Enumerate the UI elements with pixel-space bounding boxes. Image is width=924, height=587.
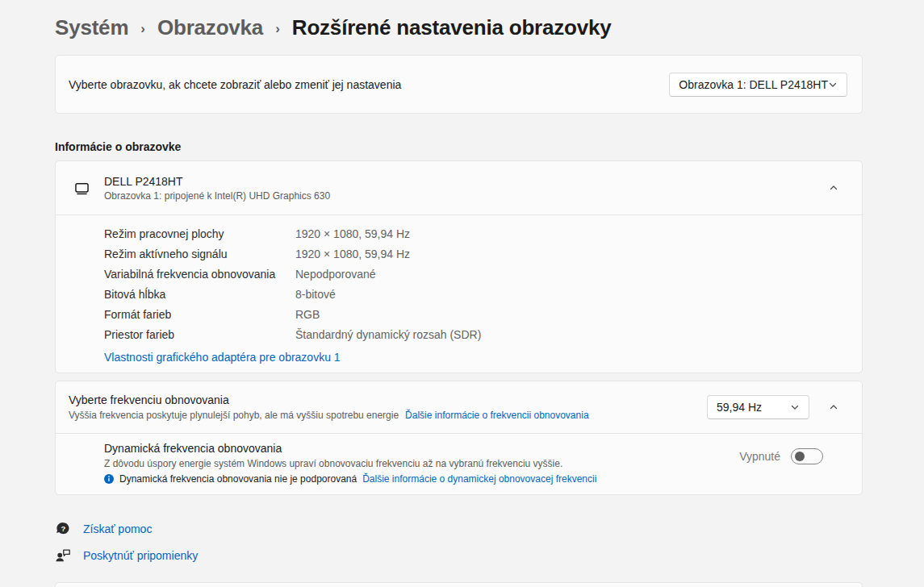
- page-title: Rozšírené nastavenia obrazovky: [292, 15, 612, 40]
- select-display-label: Vyberte obrazovku, ak chcete zobraziť al…: [69, 78, 401, 91]
- info-label: Bitová hĺbka: [104, 288, 295, 301]
- display-name: DELL P2418HT: [104, 175, 821, 188]
- display-adapter-properties-link[interactable]: Vlastnosti grafického adaptéra pre obraz…: [104, 351, 341, 364]
- get-help-row: ? Získať pomoc: [55, 519, 863, 539]
- dynamic-refresh-rate-toggle[interactable]: [791, 448, 823, 464]
- info-row-bit-depth: Bitová hĺbka 8-bitové: [104, 284, 849, 304]
- partial-next-card: [55, 582, 863, 587]
- footer-links: ? Získať pomoc Poskytnúť pripomienky: [55, 519, 863, 565]
- collapse-refresh-rate-button[interactable]: [821, 395, 847, 419]
- info-label: Formát farieb: [104, 308, 295, 321]
- breadcrumb-separator-icon: ›: [140, 19, 145, 37]
- refresh-rate-titles: Vyberte frekvenciu obnovovania Vyššia fr…: [69, 393, 707, 421]
- feedback-icon: [55, 547, 72, 564]
- refresh-rate-select-value: 59,94 Hz: [717, 401, 762, 414]
- refresh-rate-card: Vyberte frekvenciu obnovovania Vyššia fr…: [55, 381, 863, 495]
- info-row-desktop-mode: Režim pracovnej plochy 1920 × 1080, 59,9…: [104, 223, 849, 244]
- info-label: Režim aktívneho signálu: [104, 248, 295, 260]
- info-row-color-space: Priestor farieb Štandardný dynamický roz…: [104, 324, 849, 344]
- select-display-card: Vyberte obrazovku, ak chcete zobraziť al…: [55, 55, 863, 114]
- dynamic-refresh-rate-row: Dynamická frekvencia obnovovania Z dôvod…: [56, 433, 862, 494]
- breadcrumb: Systém › Obrazovka › Rozšírené nastaveni…: [55, 0, 863, 44]
- give-feedback-row: Poskytnúť pripomienky: [55, 546, 863, 565]
- display-info-details: Režim pracovnej plochy 1920 × 1080, 59,9…: [56, 214, 862, 373]
- dynamic-refresh-rate-text: Dynamická frekvencia obnovovania Z dôvod…: [104, 442, 739, 485]
- info-value: 1920 × 1080, 59,94 Hz: [295, 227, 410, 240]
- dynamic-refresh-rate-notice: Dynamická frekvencia obnovovania nie je …: [119, 473, 357, 485]
- advanced-display-settings-page: Systém › Obrazovka › Rozšírené nastaveni…: [55, 0, 863, 565]
- refresh-rate-learn-more-link[interactable]: Ďalšie informácie o frekvencii obnovovan…: [405, 410, 588, 421]
- info-label: Režim pracovnej plochy: [104, 227, 295, 240]
- give-feedback-link[interactable]: Poskytnúť pripomienky: [83, 549, 198, 562]
- get-help-link[interactable]: Získať pomoc: [83, 522, 152, 535]
- info-icon: [104, 474, 114, 484]
- breadcrumb-item-system[interactable]: Systém: [55, 15, 128, 40]
- dynamic-refresh-rate-description: Z dôvodu úspory energie systém Windows u…: [104, 458, 739, 469]
- get-help-icon: ?: [55, 521, 72, 537]
- info-label: Priestor farieb: [104, 328, 295, 341]
- refresh-rate-description: Vyššia frekvencia poskytuje plynulejší p…: [69, 410, 399, 421]
- display-connection-info: Obrazovka 1: pripojené k Intel(R) UHD Gr…: [104, 190, 821, 202]
- display-info-titles: DELL P2418HT Obrazovka 1: pripojené k In…: [104, 175, 821, 202]
- collapse-display-info-button[interactable]: [821, 176, 847, 200]
- info-row-variable-refresh-rate: Variabilná frekvencia obnovovania Nepodp…: [104, 264, 849, 284]
- toggle-state-label: Vypnuté: [739, 450, 780, 463]
- refresh-rate-header: Vyberte frekvenciu obnovovania Vyššia fr…: [56, 381, 862, 433]
- info-row-color-format: Formát farieb RGB: [104, 304, 849, 324]
- display-info-card: DELL P2418HT Obrazovka 1: pripojené k In…: [55, 160, 863, 373]
- monitor-icon: [73, 180, 91, 197]
- dynamic-refresh-rate-title: Dynamická frekvencia obnovovania: [104, 442, 739, 455]
- display-select-value: Obrazovka 1: DELL P2418HT: [679, 78, 828, 91]
- breadcrumb-item-display[interactable]: Obrazovka: [157, 15, 263, 40]
- info-value: Nepodporované: [295, 268, 376, 281]
- breadcrumb-separator-icon: ›: [275, 19, 280, 37]
- refresh-rate-select[interactable]: 59,94 Hz: [707, 395, 809, 419]
- info-label: Variabilná frekvencia obnovovania: [104, 268, 295, 281]
- info-row-active-signal-mode: Režim aktívneho signálu 1920 × 1080, 59,…: [104, 244, 849, 264]
- dynamic-refresh-rate-learn-more-link[interactable]: Ďalšie informácie o dynamickej obnovovac…: [362, 473, 596, 485]
- chevron-down-icon: [790, 402, 800, 412]
- refresh-rate-title: Vyberte frekvenciu obnovovania: [69, 393, 707, 406]
- info-value: 8-bitové: [295, 288, 336, 301]
- info-value: 1920 × 1080, 59,94 Hz: [295, 248, 410, 260]
- display-info-header[interactable]: DELL P2418HT Obrazovka 1: pripojené k In…: [56, 161, 862, 214]
- chevron-down-icon: [828, 80, 838, 90]
- dynamic-refresh-rate-toggle-group: Vypnuté: [739, 442, 823, 464]
- display-select[interactable]: Obrazovka 1: DELL P2418HT: [669, 73, 847, 97]
- info-value: RGB: [295, 308, 320, 321]
- info-value: Štandardný dynamický rozsah (SDR): [295, 328, 481, 341]
- svg-text:?: ?: [61, 524, 65, 533]
- dynamic-refresh-rate-notice-row: Dynamická frekvencia obnovovania nie je …: [104, 473, 739, 485]
- display-info-section-title: Informácie o obrazovke: [55, 140, 863, 153]
- toggle-knob: [795, 452, 805, 461]
- refresh-rate-description-row: Vyššia frekvencia poskytuje plynulejší p…: [69, 410, 707, 421]
